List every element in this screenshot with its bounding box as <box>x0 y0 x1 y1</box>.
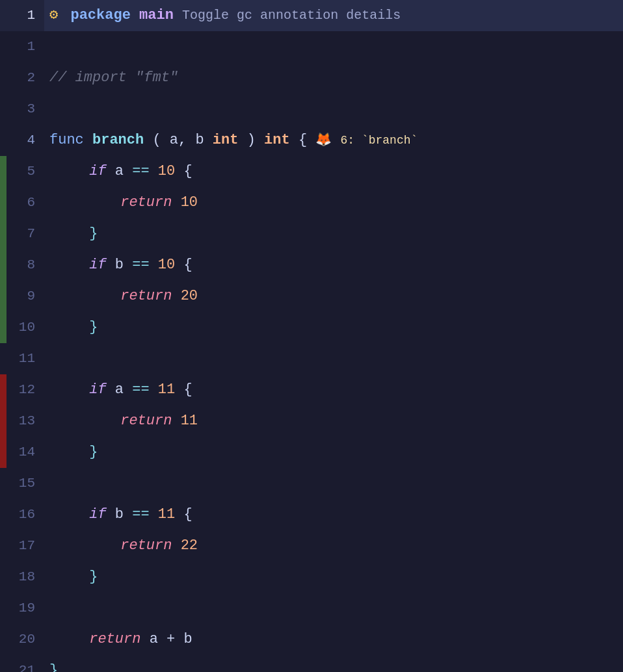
line-row-20: 20 return a + b <box>0 624 623 655</box>
op-eq-5: == <box>132 163 149 179</box>
punct-close-18: } <box>89 569 98 585</box>
punct-brace-open: { <box>298 132 315 148</box>
line-content-7: } <box>44 218 623 250</box>
line-content-11 <box>44 343 623 374</box>
line-number-18: 18 <box>7 562 44 593</box>
function-name-branch: branch <box>92 132 144 148</box>
line-row-6: 6 return 10 <box>0 187 623 218</box>
fox-emoji: 🦊 <box>315 133 332 148</box>
line-content-13: return 11 <box>44 406 623 437</box>
line-number-5: 5 <box>7 156 44 187</box>
num-10-5: 10 <box>158 163 175 179</box>
keyword-return-17: return <box>120 537 172 554</box>
line-content-5: if a == 10 { <box>44 156 623 187</box>
op-eq-8: == <box>132 257 149 273</box>
annotation-toggle[interactable]: Toggle gc annotation details <box>182 8 401 23</box>
line-row-1: 1 ⚙ package main Toggle gc annotation de… <box>0 0 623 31</box>
line-number-15: 15 <box>7 468 44 499</box>
line-content-2: // import "fmt" <box>44 62 623 94</box>
line-row-9: 9 return 20 <box>0 281 623 312</box>
line-row-8: 8 if b == 10 { <box>0 250 623 281</box>
num-10-8: 10 <box>158 257 175 273</box>
punct-12: { <box>183 381 192 398</box>
side-indicator-21 <box>0 655 7 672</box>
line-content-10: } <box>44 312 623 343</box>
line-row-16: 16 if b == 11 { <box>0 499 623 530</box>
line-content-b1 <box>44 31 623 62</box>
line-number-14: 14 <box>7 437 44 468</box>
var-b-16: b <box>115 506 132 523</box>
num-11-13: 11 <box>181 413 198 429</box>
side-indicator-10 <box>0 312 7 343</box>
var-a-5: a <box>115 163 132 179</box>
side-indicator-3 <box>0 94 7 125</box>
line-content-3 <box>44 94 623 125</box>
line-number-4: 4 <box>7 125 44 156</box>
punct-paren-close: ) <box>247 132 264 148</box>
punct-close-func: } <box>49 662 58 672</box>
num-11-12: 11 <box>158 381 175 398</box>
line-content-6: return 10 <box>44 187 623 218</box>
side-indicator-6 <box>0 187 7 218</box>
op-eq-16: == <box>132 506 149 523</box>
line-number-10: 10 <box>7 312 44 343</box>
annotation-marker-icon <box>0 125 7 156</box>
gear-icon: ⚙ <box>49 7 58 23</box>
line-row-3: 3 <box>0 94 623 125</box>
side-indicator-18 <box>0 562 7 593</box>
var-b-8: b <box>115 257 132 273</box>
type-int-1: int <box>213 132 239 148</box>
side-indicator-16 <box>0 499 7 530</box>
side-indicator-b1 <box>0 31 7 62</box>
line-row-10: 10 } <box>0 312 623 343</box>
line-content-20: return a + b <box>44 624 623 655</box>
type-int-2: int <box>264 132 290 148</box>
line-number-17: 17 <box>7 530 44 562</box>
punct-8: { <box>183 257 192 273</box>
num-10-6: 10 <box>181 194 198 211</box>
side-indicator-8 <box>0 250 7 281</box>
line-number-20: 20 <box>7 624 44 655</box>
side-indicator-7 <box>0 218 7 250</box>
punct-paren-open: ( <box>152 132 161 148</box>
line-row-12: 12 if a == 11 { <box>0 374 623 406</box>
side-indicator-9 <box>0 281 7 312</box>
side-indicator-5 <box>0 156 7 187</box>
line-row-7: 7 } <box>0 218 623 250</box>
line-content-17: return 22 <box>44 530 623 562</box>
line-number-8: 8 <box>7 250 44 281</box>
line-content-18: } <box>44 562 623 593</box>
line-number-7: 7 <box>7 218 44 250</box>
keyword-if-12: if <box>89 381 106 398</box>
keyword-func: func <box>49 132 84 148</box>
keyword-return-6: return <box>120 194 172 211</box>
side-indicator-15 <box>0 468 7 499</box>
line-row-blank-1: 1 <box>0 31 623 62</box>
line-content-21: } <box>44 655 623 672</box>
side-indicator-14 <box>0 437 7 468</box>
var-a-12: a <box>115 381 132 398</box>
line-number-21: 21 <box>7 655 44 672</box>
line-row-13: 13 return 11 <box>0 406 623 437</box>
line-number-b1: 1 <box>7 31 44 62</box>
line-row-18: 18 } <box>0 562 623 593</box>
line-number-16: 16 <box>7 499 44 530</box>
line-content-14: } <box>44 437 623 468</box>
code-editor: 1 ⚙ package main Toggle gc annotation de… <box>0 0 623 672</box>
punct-close-7: } <box>89 226 98 242</box>
line-row-15: 15 <box>0 468 623 499</box>
line-number-1: 1 <box>7 0 44 31</box>
line-row-2: 2 // import "fmt" <box>0 62 623 94</box>
line-row-19: 19 <box>0 593 623 624</box>
line-content-4: func branch ( a, b int ) int { 🦊 6: `bra… <box>44 125 623 156</box>
side-indicator-11 <box>0 343 7 374</box>
op-eq-12: == <box>132 381 149 398</box>
keyword-return-13: return <box>120 413 172 429</box>
punct-close-14: } <box>89 444 98 460</box>
line-content-19 <box>44 593 623 624</box>
line-number-6: 6 <box>7 187 44 218</box>
keyword-if-8: if <box>89 257 106 273</box>
line-row-11: 11 <box>0 343 623 374</box>
line-number-13: 13 <box>7 406 44 437</box>
punct-16: { <box>183 506 192 523</box>
